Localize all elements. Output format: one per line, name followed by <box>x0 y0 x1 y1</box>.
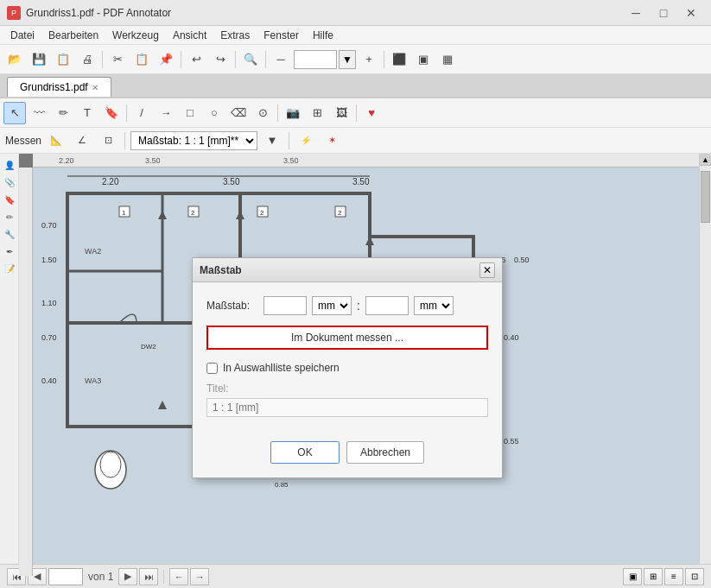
separator3 <box>235 51 236 68</box>
separator <box>102 51 103 68</box>
open-button[interactable]: 📂 <box>3 48 26 71</box>
tab-label: Grundriss1.pdf <box>20 81 88 93</box>
messen-sep <box>124 132 125 149</box>
checkbox-row: In Auswahlliste speichern <box>206 362 488 374</box>
app-window: P Grundriss1.pdf - PDF Annotator ─ □ ✕ D… <box>0 0 711 588</box>
zoom-dropdown[interactable]: ▼ <box>339 50 356 69</box>
copy-button[interactable]: 📋 <box>130 48 153 71</box>
titel-input[interactable] <box>206 398 488 417</box>
masstab-value2[interactable]: 1 <box>365 296 409 315</box>
sidebar-btn7[interactable]: 📝 <box>2 261 17 276</box>
separator4 <box>265 51 266 68</box>
im-dokument-messen-button[interactable]: Im Dokument messen ... <box>206 326 488 350</box>
app-icon: P <box>7 6 21 20</box>
dialog-overlay: Maßstab ✕ Maßstab: 1 mm : 1 <box>19 154 711 588</box>
anno-sep3 <box>356 104 357 122</box>
menu-fenster[interactable]: Fenster <box>257 28 306 43</box>
messen-extra1[interactable]: ⚡ <box>295 130 317 152</box>
view-btn1[interactable]: ⬛ <box>388 48 410 71</box>
ok-button[interactable]: OK <box>270 441 340 464</box>
dialog-close-button[interactable]: ✕ <box>479 262 495 278</box>
arrow-tool[interactable]: → <box>155 102 177 124</box>
eraser-tool[interactable]: ⌫ <box>227 102 250 124</box>
messen-extra2[interactable]: ✶ <box>321 130 343 152</box>
sidebar-btn1[interactable]: 👤 <box>2 157 17 173</box>
menu-ansicht[interactable]: Ansicht <box>166 28 213 43</box>
cancel-button[interactable]: Abbrechen <box>346 441 424 464</box>
masstab-dialog: Maßstab ✕ Maßstab: 1 mm : 1 <box>192 257 503 478</box>
titel-label: Titel: <box>206 383 488 395</box>
undo-button[interactable]: ↩ <box>185 48 207 71</box>
zoom-input[interactable]: 144 % <box>294 50 337 69</box>
messen-icon1[interactable]: 📐 <box>45 130 67 152</box>
left-sidebar: 👤 📎 🔖 ✏ 🔧 ✒ 📝 <box>0 154 19 588</box>
scale-select[interactable]: Maßstab: 1 : 1 [mm]** <box>130 131 257 150</box>
sidebar-btn6[interactable]: ✒ <box>2 243 17 259</box>
snapshot-button[interactable]: 📋 <box>52 48 74 71</box>
window-title: Grundriss1.pdf - PDF Annotator <box>26 7 171 19</box>
tab-grundriss[interactable]: Grundriss1.pdf ✕ <box>7 77 111 97</box>
camera-tool[interactable]: 📷 <box>282 102 304 124</box>
lasso-tool[interactable]: ⊙ <box>251 102 274 124</box>
menu-datei[interactable]: Datei <box>3 28 41 43</box>
anno-sep1 <box>126 104 127 122</box>
colon-separator: : <box>357 299 360 313</box>
sidebar-btn3[interactable]: 🔖 <box>2 192 17 207</box>
stamp-tool[interactable]: 🔖 <box>100 102 123 124</box>
dialog-footer: OK Abbrechen <box>193 431 502 477</box>
menu-extras[interactable]: Extras <box>213 28 257 43</box>
auswahlliste-checkbox[interactable] <box>206 363 218 374</box>
main-content: 👤 📎 🔖 ✏ 🔧 ✒ 📝 2.20 3.50 3.50 <box>0 154 711 588</box>
sidebar-btn2[interactable]: 📎 <box>2 174 17 190</box>
print-button[interactable]: 🖨 <box>76 48 98 71</box>
messen-bar: Messen 📐 ∠ ⊡ Maßstab: 1 : 1 [mm]** ▼ ⚡ ✶ <box>0 128 711 154</box>
image-tool[interactable]: 🖼 <box>330 102 352 124</box>
sidebar-btn4[interactable]: ✏ <box>2 209 17 224</box>
dialog-title-bar: Maßstab ✕ <box>193 258 502 282</box>
search-button[interactable]: 🔍 <box>239 48 262 71</box>
menu-hilfe[interactable]: Hilfe <box>306 28 340 43</box>
maximize-button[interactable]: □ <box>651 4 676 22</box>
masstab-label: Maßstab: <box>206 300 258 312</box>
titel-section: Titel: <box>206 383 488 417</box>
zoom-out-button[interactable]: ─ <box>270 48 292 71</box>
freehand-tool[interactable]: 〰 <box>28 102 50 124</box>
unit1-select[interactable]: mm <box>312 296 352 315</box>
line-tool[interactable]: / <box>130 102 153 124</box>
rect-tool[interactable]: □ <box>179 102 201 124</box>
messen-icon2[interactable]: ∠ <box>71 130 93 152</box>
menu-werkzeug[interactable]: Werkzeug <box>105 28 166 43</box>
close-button[interactable]: ✕ <box>678 4 704 22</box>
view-btn2[interactable]: ▣ <box>412 48 435 71</box>
redo-button[interactable]: ↪ <box>209 48 232 71</box>
checkbox-label[interactable]: In Auswahlliste speichern <box>223 362 340 374</box>
canvas-area: 2.20 3.50 3.50 <box>19 154 711 588</box>
anno-sep2 <box>277 104 278 122</box>
highlight-tool[interactable]: ✏ <box>52 102 74 124</box>
view-btn3[interactable]: ▦ <box>436 48 459 71</box>
select-tool[interactable]: ↖ <box>3 102 26 124</box>
zoom-in-button[interactable]: + <box>358 48 380 71</box>
unit2-select[interactable]: mm <box>414 296 454 315</box>
circle-tool[interactable]: ○ <box>203 102 225 124</box>
crop-tool[interactable]: ⊞ <box>306 102 328 124</box>
heart-btn[interactable]: ♥ <box>360 102 383 124</box>
dialog-title: Maßstab <box>200 264 242 276</box>
masstab-value1[interactable]: 1 <box>263 296 307 315</box>
sidebar-btn5[interactable]: 🔧 <box>2 226 17 242</box>
separator2 <box>181 51 181 68</box>
tab-close-icon[interactable]: ✕ <box>92 83 98 92</box>
masstab-row: Maßstab: 1 mm : 1 mm <box>206 296 488 315</box>
messen-icon3[interactable]: ⊡ <box>97 130 119 152</box>
dialog-body: Maßstab: 1 mm : 1 mm Im Dok <box>193 282 502 431</box>
tab-bar: Grundriss1.pdf ✕ <box>0 74 711 98</box>
cut-button[interactable]: ✂ <box>106 48 129 71</box>
scale-dropdown-btn[interactable]: ▼ <box>261 130 283 152</box>
annotation-toolbar: ↖ 〰 ✏ T 🔖 / → □ ○ ⌫ ⊙ 📷 ⊞ 🖼 ♥ <box>0 98 711 128</box>
save-button[interactable]: 💾 <box>28 48 50 71</box>
minimize-button[interactable]: ─ <box>623 4 649 22</box>
separator5 <box>384 51 384 68</box>
menu-bearbeiten[interactable]: Bearbeiten <box>41 28 105 43</box>
paste-button[interactable]: 📌 <box>155 48 177 71</box>
text-tool[interactable]: T <box>76 102 98 124</box>
